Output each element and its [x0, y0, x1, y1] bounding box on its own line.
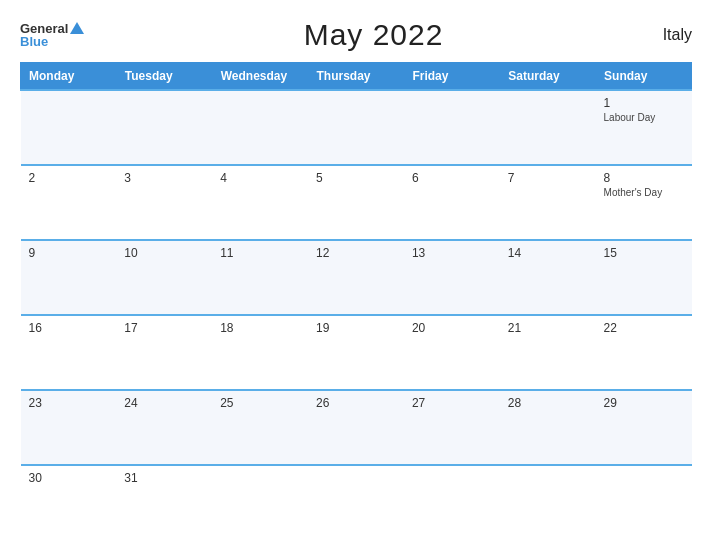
day-number: 20 — [412, 321, 492, 335]
calendar-table: MondayTuesdayWednesdayThursdayFridaySatu… — [20, 62, 692, 540]
day-number: 16 — [29, 321, 109, 335]
weekday-header-row: MondayTuesdayWednesdayThursdayFridaySatu… — [21, 63, 692, 91]
calendar-cell: 26 — [308, 390, 404, 465]
day-number: 24 — [124, 396, 204, 410]
logo-blue-text: Blue — [20, 35, 48, 48]
calendar-cell: 17 — [116, 315, 212, 390]
calendar-cell: 31 — [116, 465, 212, 540]
calendar-cell: 20 — [404, 315, 500, 390]
day-number: 11 — [220, 246, 300, 260]
calendar-cell: 6 — [404, 165, 500, 240]
calendar-cell: 10 — [116, 240, 212, 315]
calendar-cell — [404, 465, 500, 540]
calendar-cell: 21 — [500, 315, 596, 390]
day-number: 10 — [124, 246, 204, 260]
logo: General Blue — [20, 22, 84, 49]
weekday-header-thursday: Thursday — [308, 63, 404, 91]
calendar-cell: 23 — [21, 390, 117, 465]
calendar-cell: 27 — [404, 390, 500, 465]
day-number: 21 — [508, 321, 588, 335]
calendar-cell: 9 — [21, 240, 117, 315]
day-number: 30 — [29, 471, 109, 485]
day-number: 6 — [412, 171, 492, 185]
calendar-cell — [308, 465, 404, 540]
calendar-cell: 16 — [21, 315, 117, 390]
day-number: 19 — [316, 321, 396, 335]
calendar-cell: 28 — [500, 390, 596, 465]
calendar-cell: 2 — [21, 165, 117, 240]
calendar-cell — [500, 465, 596, 540]
day-number: 2 — [29, 171, 109, 185]
calendar-cell: 18 — [212, 315, 308, 390]
calendar-cell — [21, 90, 117, 165]
calendar-cell: 5 — [308, 165, 404, 240]
day-number: 18 — [220, 321, 300, 335]
page-header: General Blue May 2022 Italy — [20, 18, 692, 52]
calendar-cell: 11 — [212, 240, 308, 315]
calendar-cell: 3 — [116, 165, 212, 240]
calendar-body: 1Labour Day2345678Mother's Day9101112131… — [21, 90, 692, 540]
day-number: 22 — [604, 321, 684, 335]
calendar-cell — [212, 465, 308, 540]
calendar-cell — [116, 90, 212, 165]
event-label: Mother's Day — [604, 187, 684, 198]
day-number: 7 — [508, 171, 588, 185]
calendar-cell — [500, 90, 596, 165]
day-number: 13 — [412, 246, 492, 260]
day-number: 28 — [508, 396, 588, 410]
calendar-row: 2345678Mother's Day — [21, 165, 692, 240]
day-number: 29 — [604, 396, 684, 410]
day-number: 23 — [29, 396, 109, 410]
day-number: 3 — [124, 171, 204, 185]
calendar-cell: 29 — [596, 390, 692, 465]
logo-general-text: General — [20, 22, 84, 36]
country-label: Italy — [663, 26, 692, 44]
calendar-cell: 8Mother's Day — [596, 165, 692, 240]
day-number: 25 — [220, 396, 300, 410]
calendar-cell — [596, 465, 692, 540]
day-number: 4 — [220, 171, 300, 185]
weekday-header-monday: Monday — [21, 63, 117, 91]
weekday-header-saturday: Saturday — [500, 63, 596, 91]
month-title: May 2022 — [304, 18, 444, 52]
calendar-cell: 24 — [116, 390, 212, 465]
calendar-cell: 14 — [500, 240, 596, 315]
calendar-cell: 30 — [21, 465, 117, 540]
weekday-header-sunday: Sunday — [596, 63, 692, 91]
day-number: 12 — [316, 246, 396, 260]
calendar-row: 3031 — [21, 465, 692, 540]
calendar-cell: 15 — [596, 240, 692, 315]
day-number: 8 — [604, 171, 684, 185]
weekday-header-friday: Friday — [404, 63, 500, 91]
calendar-cell: 1Labour Day — [596, 90, 692, 165]
day-number: 15 — [604, 246, 684, 260]
event-label: Labour Day — [604, 112, 684, 123]
weekday-header-wednesday: Wednesday — [212, 63, 308, 91]
calendar-row: 1Labour Day — [21, 90, 692, 165]
day-number: 27 — [412, 396, 492, 410]
calendar-row: 16171819202122 — [21, 315, 692, 390]
calendar-cell: 7 — [500, 165, 596, 240]
calendar-cell: 19 — [308, 315, 404, 390]
calendar-cell: 25 — [212, 390, 308, 465]
day-number: 5 — [316, 171, 396, 185]
day-number: 31 — [124, 471, 204, 485]
calendar-row: 23242526272829 — [21, 390, 692, 465]
calendar-cell — [212, 90, 308, 165]
day-number: 14 — [508, 246, 588, 260]
day-number: 26 — [316, 396, 396, 410]
weekday-header-tuesday: Tuesday — [116, 63, 212, 91]
calendar-row: 9101112131415 — [21, 240, 692, 315]
calendar-cell: 13 — [404, 240, 500, 315]
calendar-cell: 12 — [308, 240, 404, 315]
day-number: 9 — [29, 246, 109, 260]
logo-triangle-icon — [70, 22, 84, 34]
calendar-cell: 22 — [596, 315, 692, 390]
calendar-cell — [308, 90, 404, 165]
calendar-cell — [404, 90, 500, 165]
day-number: 17 — [124, 321, 204, 335]
calendar-header: MondayTuesdayWednesdayThursdayFridaySatu… — [21, 63, 692, 91]
calendar-cell: 4 — [212, 165, 308, 240]
day-number: 1 — [604, 96, 684, 110]
